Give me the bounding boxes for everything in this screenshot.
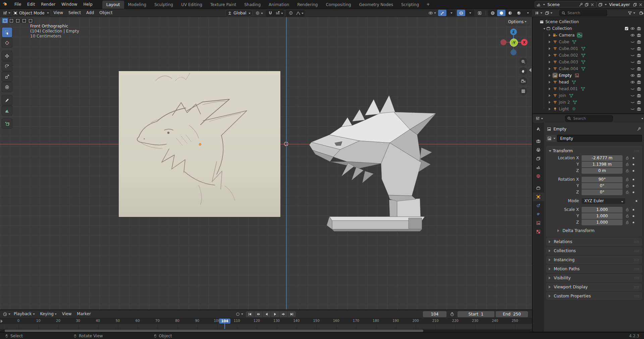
tool-move[interactable] [2,51,12,61]
tool-annotate[interactable] [2,95,12,105]
panel-grip-icon[interactable]: :::: [634,258,639,262]
timeline-ruler[interactable]: 0102030405060708090100110120130140150160… [0,318,532,324]
eye-open-icon[interactable] [630,80,635,84]
viewport-menu-view[interactable]: View [51,9,66,17]
outliner-item-name[interactable]: Collection [552,26,572,31]
transform-value-field[interactable]: 0 m [582,168,623,174]
lock-open-icon[interactable] [625,208,629,212]
outliner-mesh-icon[interactable] [553,66,557,71]
chevron-right-icon[interactable] [548,88,553,90]
dragon-model[interactable] [309,92,437,232]
tab-shading[interactable]: Shading [240,1,265,9]
properties-search-input[interactable] [573,116,611,121]
eye-open-icon[interactable] [630,33,635,38]
outliner-display-dropdown[interactable] [544,10,553,16]
camera-icon[interactable] [637,26,641,31]
outliner-row-head[interactable]: head [533,79,644,86]
eye-closed-icon[interactable] [630,93,635,98]
outliner-data-mesh-data-icon[interactable] [581,60,586,64]
object-name-input[interactable] [559,136,640,141]
gizmos-toggle[interactable] [438,10,446,16]
shading-solid-button[interactable] [497,10,505,16]
viewport-3d[interactable]: Front Orthographic (104) Collection | Em… [0,17,532,309]
camera-icon[interactable] [637,100,641,105]
eye-closed-icon[interactable] [630,107,635,111]
falloff-dropdown[interactable] [295,10,304,16]
viewport-menu-add[interactable]: Add [84,9,97,17]
outliner-mesh-icon[interactable] [553,93,557,98]
outliner-item-name[interactable]: Cube.002 [559,53,578,58]
animate-dot[interactable] [633,191,634,193]
overlays-dropdown[interactable] [466,10,474,16]
outliner-data-mesh-data-icon[interactable] [572,80,576,84]
lock-open-icon[interactable] [625,190,629,194]
transform-value-field[interactable]: 1.1398 m [582,162,623,167]
outliner-row-collection[interactable]: Collection [533,25,644,32]
transform-value-field[interactable]: 1.000 [582,207,623,213]
sidebar-collapse-arrow[interactable] [527,68,531,72]
empty-origin-point[interactable] [199,144,201,145]
camera-icon[interactable] [637,46,641,51]
gizmo-x-axis[interactable]: X [521,39,528,46]
camera-icon[interactable] [637,66,641,71]
scrollbar-thumb[interactable] [5,330,423,332]
timeline-frames[interactable] [0,324,532,329]
lock-open-icon[interactable] [625,169,629,173]
outliner-data-mesh-data-icon[interactable] [569,93,574,98]
properties-tab-render[interactable] [533,137,544,146]
use-preview-range-toggle[interactable] [448,311,456,317]
tab-uv-editing[interactable]: UV Editing [177,1,206,9]
tab-texture-paint[interactable]: Texture Paint [206,1,240,9]
snap-settings-dropdown[interactable] [275,10,284,16]
panel-motion-paths[interactable]: Motion Paths:::: [546,265,642,273]
unlink-scene-icon[interactable] [590,2,595,7]
start-frame-field[interactable]: Start1 [458,311,494,317]
snap-toggle[interactable] [266,10,274,16]
animate-dot[interactable] [633,179,634,180]
tool-scale[interactable] [2,72,12,81]
properties-options-button[interactable] [638,115,644,122]
object-id-dropdown[interactable] [546,135,556,142]
scene-name[interactable]: Scene [546,2,578,7]
tab-animation[interactable]: Animation [265,1,293,9]
menu-file[interactable]: File [11,0,24,9]
pivot-dropdown[interactable] [255,10,264,16]
tool-cursor[interactable] [2,38,12,48]
outliner-type-button[interactable] [534,10,543,16]
tab-layout[interactable]: Layout [102,1,124,9]
panel-grip-icon[interactable]: :::: [634,285,639,289]
animate-dot[interactable] [633,209,634,211]
properties-tab-viewlayer[interactable] [533,154,544,163]
lock-open-icon[interactable] [625,162,629,166]
viewport-menu-object[interactable]: Object [97,9,115,17]
current-frame-field[interactable]: 104 [423,311,446,317]
eye-open-icon[interactable] [630,73,635,78]
outliner-item-name[interactable]: Cube.004 [559,66,578,71]
timeline-menu-playback[interactable]: Playback [11,310,38,318]
play-button[interactable] [271,311,279,317]
shading-wireframe-button[interactable] [488,10,497,16]
outliner-item-name[interactable]: head [559,80,569,84]
timeline-scrollbar[interactable] [1,330,531,332]
chevron-right-icon[interactable] [548,34,553,37]
animate-dot[interactable] [633,215,634,217]
outliner-data-mesh-data-icon[interactable] [581,53,586,58]
camera-view-button[interactable] [519,77,527,85]
outliner-row-head-001[interactable]: head.001 [533,86,644,92]
outliner-item-name[interactable]: join [559,93,566,98]
jump-to-start-button[interactable] [246,311,254,317]
panel-custom-properties[interactable]: Custom Properties:::: [546,292,642,300]
outliner-item-name[interactable]: Scene Collection [545,19,579,24]
chevron-right-icon[interactable] [548,94,553,97]
chevron-down-icon[interactable] [605,4,607,6]
properties-tab-scene[interactable] [533,163,544,172]
outliner-mesh-icon[interactable] [553,87,557,91]
lock-open-icon[interactable] [625,220,629,224]
camera-icon[interactable] [637,87,641,91]
xray-toggle[interactable] [475,10,484,16]
camera-icon[interactable] [637,60,641,64]
outliner-mesh-icon[interactable] [553,100,557,105]
outliner-row-join-2[interactable]: join 2 [533,99,644,106]
outliner-camera-icon[interactable] [553,33,557,38]
outliner-mesh-icon[interactable] [553,46,557,51]
